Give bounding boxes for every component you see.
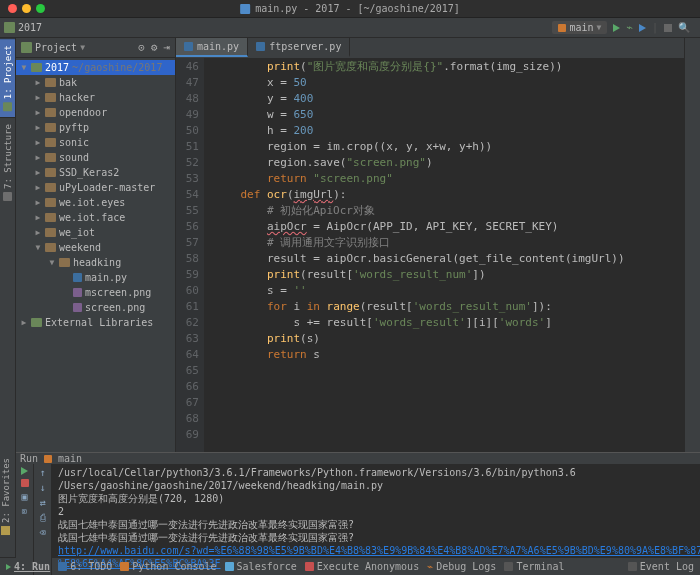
run-icon bbox=[6, 564, 11, 570]
wrap-button[interactable]: ⇄ bbox=[39, 497, 45, 508]
tree-node[interactable]: main.py bbox=[16, 270, 175, 285]
left-tool-gutter: 1: Project 7: Structure bbox=[0, 38, 16, 452]
tree-node[interactable]: ▶we_iot bbox=[16, 225, 175, 240]
chevron-down-icon[interactable]: ▼ bbox=[80, 43, 85, 52]
tree-node[interactable]: ▼2017 ~/gaoshine/2017 bbox=[16, 60, 175, 75]
hide-icon[interactable]: ⇥ bbox=[163, 41, 170, 54]
tool-tab-terminal[interactable]: Terminal bbox=[504, 561, 564, 572]
code-editor[interactable]: 4647484950515253545556575859606162636465… bbox=[176, 58, 684, 452]
tree-node[interactable]: ▶pyftp bbox=[16, 120, 175, 135]
run-coverage-button[interactable] bbox=[639, 24, 646, 32]
python-file-icon bbox=[184, 42, 193, 51]
tab-ftpserver-py[interactable]: ftpserver.py bbox=[248, 38, 350, 57]
log-icon bbox=[628, 562, 637, 571]
tool-tab-execute-anonymous[interactable]: Execute Anonymous bbox=[305, 561, 419, 572]
run-panel-config: main bbox=[58, 453, 82, 464]
tree-node[interactable]: ▶we.iot.eyes bbox=[16, 195, 175, 210]
run-panel: Run main ▣ ⌧ ↑ ↓ ⇄ ⎙ ⌫ /usr/local/Cellar… bbox=[16, 452, 700, 557]
tree-node[interactable]: ▶bak bbox=[16, 75, 175, 90]
folder-icon bbox=[4, 22, 15, 33]
close-icon[interactable] bbox=[8, 4, 17, 13]
tree-node[interactable]: ▶we.iot.face bbox=[16, 210, 175, 225]
bug-icon: ⌁ bbox=[427, 561, 433, 572]
project-icon bbox=[3, 102, 12, 111]
execute-icon bbox=[305, 562, 314, 571]
settings-icon[interactable]: ⚙ bbox=[151, 41, 158, 54]
event-log-button[interactable]: Event Log bbox=[628, 561, 694, 572]
folder-icon bbox=[21, 42, 32, 53]
tool-tab-salesforce[interactable]: Salesforce bbox=[225, 561, 297, 572]
breadcrumb-project[interactable]: 2017 bbox=[18, 22, 42, 33]
tree-node[interactable]: ▶sound bbox=[16, 150, 175, 165]
left-tool-gutter-bottom: 2: Favorites bbox=[0, 452, 16, 557]
tree-node[interactable]: ▶opendoor bbox=[16, 105, 175, 120]
chevron-down-icon: ▼ bbox=[597, 23, 602, 32]
project-panel-title[interactable]: Project bbox=[35, 42, 77, 53]
tree-node[interactable]: ▶External Libraries bbox=[16, 315, 175, 330]
run-config-selector[interactable]: main ▼ bbox=[552, 21, 607, 34]
right-tool-gutter bbox=[684, 38, 700, 452]
rerun-button[interactable] bbox=[21, 467, 28, 475]
python-file-icon bbox=[256, 42, 265, 51]
tool-tab-project[interactable]: 1: Project bbox=[0, 38, 15, 117]
minimize-icon[interactable] bbox=[22, 4, 31, 13]
line-gutter: 4647484950515253545556575859606162636465… bbox=[176, 58, 204, 452]
editor-tabs: main.py ftpserver.py bbox=[176, 38, 684, 58]
exit-button[interactable]: ⌧ bbox=[21, 506, 27, 517]
run-panel-header: Run main bbox=[16, 453, 700, 464]
maximize-icon[interactable] bbox=[36, 4, 45, 13]
star-icon bbox=[2, 526, 11, 535]
tree-node[interactable]: ▶sonic bbox=[16, 135, 175, 150]
tool-tab-todo[interactable]: 6: TODO bbox=[58, 561, 112, 572]
tree-node[interactable]: mscreen.png bbox=[16, 285, 175, 300]
terminal-icon bbox=[504, 562, 513, 571]
search-icon[interactable]: 🔍 bbox=[678, 22, 690, 33]
python-icon bbox=[44, 455, 52, 463]
cloud-icon bbox=[225, 562, 234, 571]
run-panel-title: Run bbox=[20, 453, 38, 464]
run-button[interactable] bbox=[613, 24, 620, 32]
python-file-icon bbox=[240, 4, 250, 14]
project-tree[interactable]: ▼2017 ~/gaoshine/2017▶bak▶hacker▶opendoo… bbox=[16, 58, 175, 452]
code-content[interactable]: print("图片宽度和高度分别是{}".format(img_size)) x… bbox=[204, 58, 684, 452]
tree-node[interactable]: ▶uPyLoader-master bbox=[16, 180, 175, 195]
stop-button[interactable] bbox=[21, 479, 29, 487]
down-button[interactable]: ↓ bbox=[39, 482, 45, 493]
project-panel-header: Project ▼ ⊙ ⚙ ⇥ bbox=[16, 38, 175, 58]
debug-button[interactable]: ⌁ bbox=[626, 21, 633, 34]
tool-tab-run[interactable]: 4: Run bbox=[6, 561, 50, 572]
todo-icon bbox=[58, 562, 67, 571]
title-text: main.py - 2017 - [~/gaoshine/2017] bbox=[255, 3, 460, 14]
run-toolbar-right: ↑ ↓ ⇄ ⎙ ⌫ bbox=[34, 464, 52, 575]
tool-tab-favorites[interactable]: 2: Favorites bbox=[0, 452, 12, 541]
toolbar: main ▼ ⌁ | 🔍 bbox=[552, 21, 696, 34]
pause-button[interactable]: ▣ bbox=[21, 491, 27, 502]
window-controls bbox=[0, 4, 45, 13]
collapse-icon[interactable]: ⊙ bbox=[138, 41, 145, 54]
python-icon bbox=[558, 24, 566, 32]
python-icon bbox=[120, 562, 129, 571]
separator: | bbox=[652, 22, 658, 33]
structure-icon bbox=[3, 192, 12, 201]
window-title: main.py - 2017 - [~/gaoshine/2017] bbox=[240, 3, 460, 14]
tool-tab-python-console[interactable]: Python Console bbox=[120, 561, 216, 572]
stop-button[interactable] bbox=[664, 24, 672, 32]
tree-node[interactable]: screen.png bbox=[16, 300, 175, 315]
run-output[interactable]: /usr/local/Cellar/python3/3.6.1/Framewor… bbox=[52, 464, 700, 575]
run-config-label: main bbox=[569, 22, 593, 33]
run-toolbar-left: ▣ ⌧ bbox=[16, 464, 34, 575]
project-panel: Project ▼ ⊙ ⚙ ⇥ ▼2017 ~/gaoshine/2017▶ba… bbox=[16, 38, 176, 452]
tree-node[interactable]: ▶SSD_Keras2 bbox=[16, 165, 175, 180]
navigation-bar: 2017 main ▼ ⌁ | 🔍 bbox=[0, 18, 700, 38]
clear-button[interactable]: ⌫ bbox=[39, 527, 45, 538]
up-button[interactable]: ↑ bbox=[39, 467, 45, 478]
titlebar: main.py - 2017 - [~/gaoshine/2017] bbox=[0, 0, 700, 18]
tree-node[interactable]: ▼weekend bbox=[16, 240, 175, 255]
print-button[interactable]: ⎙ bbox=[40, 512, 46, 523]
tool-tab-structure[interactable]: 7: Structure bbox=[0, 117, 15, 207]
editor-area: main.py ftpserver.py 4647484950515253545… bbox=[176, 38, 684, 452]
tab-main-py[interactable]: main.py bbox=[176, 38, 248, 57]
tool-tab-debug-logs[interactable]: ⌁Debug Logs bbox=[427, 561, 496, 572]
tree-node[interactable]: ▶hacker bbox=[16, 90, 175, 105]
tree-node[interactable]: ▼headking bbox=[16, 255, 175, 270]
